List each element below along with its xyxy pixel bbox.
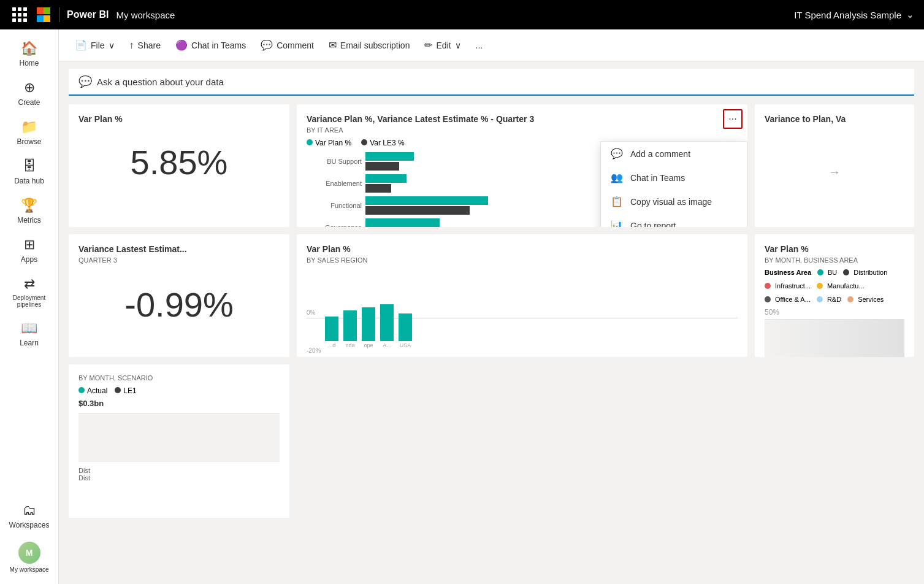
bar-teal-functional [365, 196, 488, 205]
workspace-name[interactable]: My workspace [116, 10, 175, 20]
deployment-icon: ⇄ [24, 276, 35, 292]
variance-to-plan-title: Variance to Plan, Va [765, 114, 904, 124]
add-comment-icon: 💬 [611, 148, 623, 159]
sidebar-item-my-workspace[interactable]: M My workspace [9, 536, 50, 579]
sidebar-item-apps[interactable]: ⊞ Apps [0, 231, 58, 270]
bar-d: ...d [325, 317, 338, 348]
legend-dist: Distribution [843, 269, 887, 276]
bar-dark-busupport [365, 162, 399, 171]
variance-to-plan-tile: Variance to Plan, Va → [755, 104, 914, 227]
more-button[interactable]: ... [470, 37, 489, 54]
ask-bar-text: Ask a question about your data [97, 77, 224, 87]
edit-chevron: ∨ [455, 40, 461, 50]
menu-chat-teams[interactable]: 👥 Chat in Teams [601, 166, 747, 190]
avatar: M [18, 542, 40, 564]
menu-go-report[interactable]: 📊 Go to report [601, 213, 747, 227]
file-button[interactable]: 📄 File ∨ [69, 36, 121, 55]
variance-chart-tile: Variance Plan %, Variance Latest Estimat… [297, 104, 747, 227]
legend-teal: Var Plan % [307, 139, 351, 147]
learn-icon: 📖 [21, 320, 37, 336]
variance-chart-title: Variance Plan %, Variance Latest Estimat… [307, 114, 738, 124]
bar-nda: nda [343, 310, 357, 348]
variance-chart-subtitle: BY IT AREA [307, 126, 738, 134]
sidebar-item-metrics[interactable]: 🏆 Metrics [0, 191, 58, 231]
var-plan-month-tile: Var Plan % BY MONTH, BUSINESS AREA Busin… [755, 234, 914, 357]
comment-button[interactable]: 💬 Comment [254, 36, 320, 55]
var-plan-month-title: Var Plan % [765, 244, 904, 254]
legend-bu: BU [817, 269, 837, 276]
variance-latest-tile: Variance Lastest Estimat... QUARTER 3 -0… [69, 234, 289, 357]
legend-manu: Manufactu... [817, 282, 865, 290]
create-icon: ⊕ [24, 80, 35, 96]
sidebar-item-learn[interactable]: 📖 Learn [0, 314, 58, 353]
bar-usa: USA [399, 313, 412, 348]
legend-dark: Var LE3 % [361, 139, 404, 147]
report-title-chevron[interactable]: ⌄ [906, 9, 914, 20]
ask-bar[interactable]: 💬 Ask a question about your data [69, 69, 914, 96]
var-plan-number: 5.85% [78, 126, 280, 199]
partial-indicator: → [765, 126, 904, 217]
bar-a: A... [380, 304, 394, 348]
nav-divider [59, 7, 59, 22]
top-nav: Power BI My workspace IT Spend Analysis … [0, 0, 924, 29]
email-subscription-button[interactable]: ✉ Email subscription [323, 36, 416, 55]
variance-latest-number: -0.99% [78, 269, 280, 341]
business-legend: Business Area BU Distribution Infrastruc… [765, 269, 904, 303]
metrics-icon: 🏆 [21, 198, 37, 213]
share-button[interactable]: ↑ Share [123, 36, 167, 55]
tiles-grid: Var Plan % 5.85% Variance Plan %, Varian… [69, 104, 914, 518]
microsoft-logo [37, 7, 52, 22]
menu-add-comment[interactable]: 💬 Add a comment [601, 142, 747, 166]
sidebar: 🏠 Home ⊕ Create 📁 Browse 🗄 Data hub 🏆 Me… [0, 29, 59, 584]
dashboard: 💬 Ask a question about your data Var Pla… [59, 61, 924, 584]
scenario-subtitle: BY MONTH, SCENARIO [78, 374, 280, 382]
tile-more-button[interactable]: ··· [723, 109, 743, 129]
sidebar-item-deployment[interactable]: ⇄ Deployment pipelines [0, 270, 58, 314]
sidebar-item-workspaces[interactable]: 🗂 Workspaces [9, 496, 50, 536]
variance-latest-subtitle: QUARTER 3 [78, 256, 280, 264]
comment-icon: 💬 [261, 39, 273, 51]
sidebar-item-browse[interactable]: 📁 Browse [0, 113, 58, 152]
chat-teams-icon: 🟣 [175, 39, 188, 51]
apps-icon: ⊞ [24, 237, 35, 253]
bar-ope: ope [362, 307, 375, 348]
report-title[interactable]: IT Spend Analysis Sample [794, 10, 901, 20]
legend-infra: Infrastruct... [765, 282, 811, 290]
var-plan-region-title: Var Plan % [307, 244, 738, 254]
line-chart-area [765, 319, 904, 357]
workspaces-icon: 🗂 [23, 502, 36, 518]
menu-copy-visual[interactable]: 📋 Copy visual as image [601, 190, 747, 213]
bar-dark-functional [365, 206, 470, 215]
go-report-icon: 📊 [611, 220, 623, 227]
edit-button[interactable]: ✏ Edit ∨ [418, 36, 467, 55]
var-plan-region-tile: Var Plan % BY SALES REGION 0% -20% ...d [297, 234, 747, 357]
datahub-icon: 🗄 [23, 158, 36, 174]
sidebar-item-home[interactable]: 🏠 Home [0, 34, 58, 74]
bar-teal-enablement [365, 174, 407, 183]
chat-teams-menu-icon: 👥 [611, 172, 623, 183]
bar-teal-busupport [365, 152, 414, 161]
scenario-chart [78, 413, 280, 462]
share-icon: ↑ [129, 40, 134, 51]
region-chart-area: 0% -20% ...d nda [307, 269, 738, 357]
sidebar-item-datahub[interactable]: 🗄 Data hub [0, 152, 58, 191]
app-launcher[interactable] [10, 5, 29, 25]
y-axis-label: 50% [765, 308, 904, 317]
dist-label: DistDist [78, 467, 280, 482]
sidebar-item-create[interactable]: ⊕ Create [0, 74, 58, 113]
variance-latest-title: Variance Lastest Estimat... [78, 244, 280, 254]
main-layout: 🏠 Home ⊕ Create 📁 Browse 🗄 Data hub 🏆 Me… [0, 29, 924, 584]
browse-icon: 📁 [21, 119, 37, 135]
content-area: 📄 File ∨ ↑ Share 🟣 Chat in Teams 💬 Comme… [59, 29, 924, 584]
top-nav-left: Power BI My workspace [10, 5, 175, 25]
copy-visual-icon: 📋 [611, 196, 623, 207]
var-plan-title: Var Plan % [78, 114, 280, 124]
chat-teams-button[interactable]: 🟣 Chat in Teams [169, 36, 252, 55]
bar-dark-enablement [365, 184, 391, 193]
app-name: Power BI [67, 9, 109, 20]
qa-icon: 💬 [78, 75, 92, 88]
context-menu: 💬 Add a comment 👥 Chat in Teams 📋 Copy v… [600, 141, 747, 227]
home-icon: 🏠 [21, 40, 37, 56]
legend-office: Office & A... [765, 296, 811, 303]
region-bars: ...d nda ope [307, 270, 738, 348]
